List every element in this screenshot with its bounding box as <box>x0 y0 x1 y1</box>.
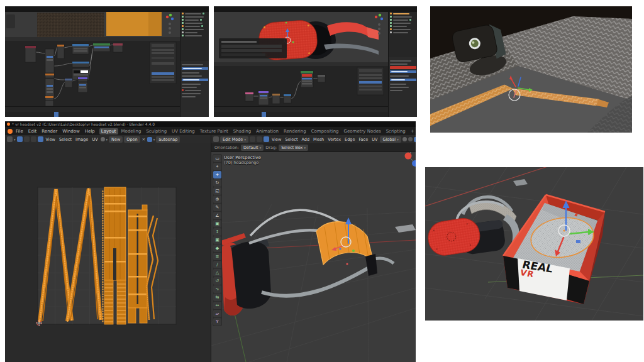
select-mode-edge-icon[interactable] <box>257 136 262 142</box>
uv-select-vertex-icon[interactable] <box>24 136 30 142</box>
uv-menu-image[interactable]: Image <box>74 137 89 142</box>
mini-outliner <box>388 12 417 57</box>
uv-sync-toggle[interactable] <box>17 136 23 142</box>
vp-menu-select[interactable]: Select <box>284 137 299 142</box>
uv-canvas[interactable] <box>5 143 211 362</box>
tool-smooth[interactable]: ∿ <box>213 285 221 293</box>
tool-cursor[interactable]: ⌖ <box>213 163 221 170</box>
uv-menu-select[interactable]: Select <box>58 137 73 142</box>
menu-file[interactable]: File <box>14 128 25 134</box>
display-channels-icon[interactable] <box>147 137 152 142</box>
tool-bevel[interactable]: ◆ <box>213 244 221 252</box>
mesh-closeup-screenshot <box>430 6 632 133</box>
tool-select-box[interactable]: ▭ <box>213 155 221 162</box>
timeline-playhead[interactable] <box>262 112 266 117</box>
mini-node-editor[interactable] <box>5 41 180 106</box>
workspace-tab-layout[interactable]: Layout <box>99 128 118 134</box>
tool-annotate[interactable]: ✎ <box>213 204 221 211</box>
tool-shrink-fatten[interactable]: ⇔ <box>213 302 221 309</box>
mini-timeline[interactable] <box>5 106 180 117</box>
menu-edit[interactable]: Edit <box>26 128 39 134</box>
tool-move[interactable]: + <box>213 171 221 178</box>
node-graph <box>5 41 180 106</box>
tool-poly-build[interactable]: △ <box>213 269 221 277</box>
orientation-selector[interactable]: Global ▾ <box>380 136 401 143</box>
workspace-tab-shading[interactable]: Shading <box>231 128 253 134</box>
editor-type-icon[interactable] <box>7 136 13 142</box>
timeline-playhead[interactable] <box>54 112 58 117</box>
workspace-tab-rendering[interactable]: Rendering <box>282 128 308 134</box>
proportional-edit-icon[interactable] <box>408 137 413 141</box>
tool-settings-bar: Orientation: Default ▾ Drag: Select Box … <box>211 143 416 152</box>
tool-transform[interactable]: ⊕ <box>213 195 221 203</box>
select-mode-face-icon[interactable] <box>264 136 269 142</box>
vp-menu-view[interactable]: View <box>270 137 282 142</box>
window-titlebar[interactable]: * vr headset v2 (C:\Users\Luis\Desktop\v… <box>5 121 416 127</box>
operator-panel[interactable] <box>219 38 287 58</box>
vp-menu-mesh[interactable]: Mesh <box>312 137 325 142</box>
tool-spin[interactable]: ↺ <box>213 277 221 285</box>
image-new-button[interactable]: New <box>109 136 123 143</box>
tool-rip-region[interactable]: Y <box>213 318 221 326</box>
image-open-button[interactable]: Open <box>124 136 140 143</box>
workspace-tab-uv-editing[interactable]: UV Editing <box>170 128 197 134</box>
mini-node-editor[interactable] <box>214 66 388 106</box>
render-canvas[interactable] <box>425 167 643 321</box>
mini-topbar <box>214 6 417 12</box>
tool-loop-cut[interactable]: ≡ <box>213 253 221 260</box>
mode-selector[interactable]: Edit Mode ▾ <box>220 136 248 143</box>
mesh-closeup-canvas[interactable] <box>430 6 632 133</box>
menu-window[interactable]: Window <box>60 128 82 134</box>
workspace-tab-sculpting[interactable]: Sculpting <box>144 128 169 134</box>
workspace-tab-scripting[interactable]: Scripting <box>384 128 408 134</box>
vp-menu-uv[interactable]: UV <box>370 137 379 142</box>
uv-select-island-icon[interactable] <box>38 136 43 142</box>
menu-help[interactable]: Help <box>83 128 97 134</box>
reference-plane[interactable] <box>513 179 528 186</box>
uv-menu-view[interactable]: View <box>45 137 57 142</box>
shader-nodes[interactable] <box>245 71 325 105</box>
vp-menu-vertex[interactable]: Vertex <box>326 137 342 142</box>
select-mode-vertex-icon[interactable] <box>250 136 255 142</box>
snap-toggle-icon[interactable] <box>414 137 416 142</box>
uv-select-edge-icon[interactable] <box>31 136 36 142</box>
snap-magnet-icon[interactable] <box>402 137 407 141</box>
render-preview: REAL VR <box>425 167 643 321</box>
workspace-tab-modeling[interactable]: Modeling <box>119 128 143 134</box>
packaging-box[interactable] <box>503 195 605 304</box>
tool-rotate[interactable]: ↻ <box>213 179 221 187</box>
textured-plane[interactable] <box>37 13 104 37</box>
uv-menu-uv[interactable]: UV <box>91 137 99 142</box>
menu-render[interactable]: Render <box>40 128 59 134</box>
mini-timeline[interactable] <box>214 106 388 117</box>
orientation-value[interactable]: Default ▾ <box>241 145 264 151</box>
viewport-canvas[interactable] <box>211 135 416 362</box>
snap-magnet-icon[interactable] <box>101 137 105 141</box>
blender-menu-icon[interactable] <box>8 129 13 134</box>
mini-3d-viewport[interactable] <box>5 12 180 37</box>
shading-workspace-screenshot-2 <box>214 6 417 117</box>
headset-render[interactable] <box>426 197 519 258</box>
tool-measure[interactable]: ∠ <box>213 212 221 219</box>
workspace-tab-texture-paint[interactable]: Texture Paint <box>198 128 230 134</box>
tool-scale[interactable]: ◱ <box>213 187 221 195</box>
image-name-field[interactable]: autosnap <box>156 136 180 143</box>
viewport-overlay-text: User Perspective (70) headsponge <box>224 155 261 165</box>
vp-menu-face[interactable]: Face <box>357 137 369 142</box>
workspace-tab-compositing[interactable]: Compositing <box>309 128 341 134</box>
workspace-tab-animation[interactable]: Animation <box>254 128 280 134</box>
workspace-add-button[interactable]: + <box>409 128 416 134</box>
vp-menu-add[interactable]: Add <box>300 137 311 142</box>
tool-add-cube[interactable]: ▣ <box>213 220 221 228</box>
tool-extrude[interactable]: ↥ <box>213 228 221 236</box>
editor-type-icon[interactable] <box>213 136 219 142</box>
tool-edge-slide[interactable]: ⇆ <box>213 293 221 301</box>
tool-shear[interactable]: ▱ <box>213 310 221 317</box>
workspace-tab-geometry-nodes[interactable]: Geometry Nodes <box>342 128 383 134</box>
tool-inset-faces[interactable]: ▣ <box>213 236 221 244</box>
mini-3d-viewport[interactable] <box>214 12 388 62</box>
vp-menu-edge[interactable]: Edge <box>343 137 356 142</box>
tool-knife[interactable]: / <box>213 261 221 268</box>
drag-value[interactable]: Select Box ▾ <box>279 145 308 151</box>
unlink-icon[interactable]: ✕ <box>142 137 146 141</box>
